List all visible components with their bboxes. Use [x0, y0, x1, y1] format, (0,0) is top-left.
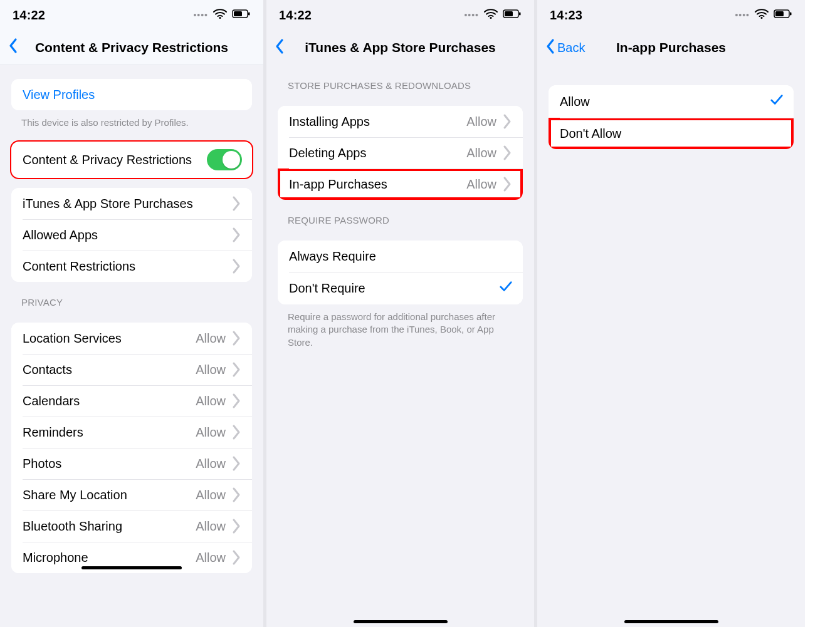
status-time: 14:22 [279, 8, 312, 23]
screen-itunes-purchases: 14:22 •••• iTunes & App Store Purchases … [266, 0, 534, 627]
row-label: Deleting Apps [289, 146, 366, 160]
status-bar: 14:22 •••• [0, 0, 263, 30]
wifi-icon [755, 8, 769, 22]
privacy-row-calendars[interactable]: Calendars Allow [11, 385, 252, 417]
row-value: Allow [196, 425, 226, 440]
row-value: Allow [466, 146, 496, 160]
row-value: Allow [466, 177, 496, 192]
navbar: Back In-app Purchases [537, 30, 805, 65]
chevron-right-icon [231, 195, 242, 212]
in-app-purchases-row[interactable]: In-app Purchases Allow [278, 168, 523, 200]
chevron-left-icon [8, 38, 19, 57]
row-label: Microphone [23, 551, 88, 565]
privacy-row-bluetooth[interactable]: Bluetooth Sharing Allow [11, 510, 252, 542]
row-value: Allow [196, 394, 226, 408]
chevron-left-icon [545, 38, 556, 58]
check-icon [770, 93, 784, 110]
screen-content-privacy-restrictions: 14:22 •••• Content & Privacy Restriction… [0, 0, 263, 627]
always-require-row[interactable]: Always Require [278, 241, 523, 272]
profiles-footer: This device is also restricted by Profil… [0, 110, 263, 132]
chevron-right-icon [501, 176, 513, 192]
content-scroll[interactable]: Allow Don't Allow [537, 65, 805, 627]
chevron-right-icon [501, 113, 513, 130]
row-label: Share My Location [23, 488, 127, 502]
back-label: Back [557, 41, 585, 55]
chevron-right-icon [231, 361, 242, 378]
chevron-right-icon [501, 145, 513, 161]
row-value: Allow [196, 551, 226, 565]
row-label: Photos [23, 457, 61, 471]
chevron-right-icon [231, 487, 242, 503]
deleting-apps-row[interactable]: Deleting Apps Allow [278, 137, 523, 168]
wifi-icon [484, 8, 498, 22]
restrictions-toggle-label: Content & Privacy Restrictions [23, 153, 192, 167]
status-time: 14:22 [13, 8, 45, 23]
dont-allow-option-row[interactable]: Don't Allow [549, 118, 794, 149]
row-label: Location Services [23, 331, 122, 346]
content-restrictions-row[interactable]: Content Restrictions [11, 251, 252, 282]
content-scroll[interactable]: View Profiles This device is also restri… [0, 65, 263, 627]
home-indicator [81, 566, 182, 569]
options-group: Allow Don't Allow [549, 85, 794, 149]
dont-require-row[interactable]: Don't Require [278, 272, 523, 304]
status-bar: 14:22 •••• [266, 0, 534, 30]
privacy-row-reminders[interactable]: Reminders Allow [11, 417, 252, 448]
status-time: 14:23 [550, 8, 582, 23]
row-label: Bluetooth Sharing [23, 519, 122, 534]
row-value: Allow [196, 457, 226, 471]
chevron-right-icon [231, 424, 242, 440]
profiles-group: View Profiles [11, 79, 252, 110]
row-label: Contacts [23, 363, 72, 377]
row-label: Allowed Apps [23, 228, 98, 242]
privacy-header: Privacy [0, 282, 263, 313]
row-label: Always Require [289, 249, 376, 264]
allowed-apps-row[interactable]: Allowed Apps [11, 219, 252, 251]
wifi-icon [213, 8, 227, 22]
privacy-row-share-location[interactable]: Share My Location Allow [11, 479, 252, 510]
row-value: Allow [196, 331, 226, 346]
row-value: Allow [466, 115, 496, 129]
privacy-group: Location Services Allow Contacts Allow C… [11, 323, 252, 573]
page-title: Content & Privacy Restrictions [0, 40, 263, 55]
row-label: iTunes & App Store Purchases [23, 197, 193, 211]
check-icon [499, 279, 513, 297]
installing-apps-row[interactable]: Installing Apps Allow [278, 106, 523, 137]
itunes-purchases-row[interactable]: iTunes & App Store Purchases [11, 188, 252, 219]
navbar: iTunes & App Store Purchases [266, 30, 534, 65]
chevron-right-icon [231, 258, 242, 274]
row-label: Content Restrictions [23, 259, 135, 274]
chevron-right-icon [231, 518, 242, 534]
chevron-left-icon [274, 38, 285, 58]
status-right: •••• [464, 8, 522, 22]
battery-icon [503, 9, 522, 21]
row-label: Reminders [23, 425, 83, 440]
allow-option-row[interactable]: Allow [549, 85, 794, 118]
screen-in-app-purchases: 14:23 •••• Back In-app Purchases Allow D… [537, 0, 805, 627]
status-bar: 14:23 •••• [537, 0, 805, 30]
row-label: Don't Require [289, 281, 365, 296]
row-value: Allow [196, 519, 226, 534]
back-button[interactable] [274, 38, 285, 58]
back-button[interactable]: Back [545, 38, 585, 58]
password-group: Always Require Don't Require [278, 241, 523, 304]
chevron-right-icon [231, 393, 242, 409]
back-button[interactable] [8, 38, 19, 57]
row-value: Allow [196, 488, 226, 502]
row-label: Installing Apps [289, 115, 370, 129]
restrictions-toggle-row[interactable]: Content & Privacy Restrictions [11, 142, 252, 178]
home-indicator [354, 620, 448, 623]
chevron-right-icon [231, 227, 242, 243]
battery-icon [232, 9, 251, 21]
store-header: Store Purchases & Redownloads [266, 65, 534, 96]
content-scroll[interactable]: Store Purchases & Redownloads Installing… [266, 65, 534, 627]
restrictions-toggle-switch[interactable] [207, 149, 242, 170]
navbar: Content & Privacy Restrictions [0, 30, 263, 65]
privacy-row-contacts[interactable]: Contacts Allow [11, 354, 252, 385]
store-group: Installing Apps Allow Deleting Apps Allo… [278, 106, 523, 200]
privacy-row-location[interactable]: Location Services Allow [11, 323, 252, 354]
battery-icon [774, 9, 792, 21]
view-profiles-row[interactable]: View Profiles [11, 79, 252, 110]
row-label: Calendars [23, 394, 80, 408]
privacy-row-photos[interactable]: Photos Allow [11, 448, 252, 479]
restrictions-toggle-group: Content & Privacy Restrictions [11, 142, 252, 178]
